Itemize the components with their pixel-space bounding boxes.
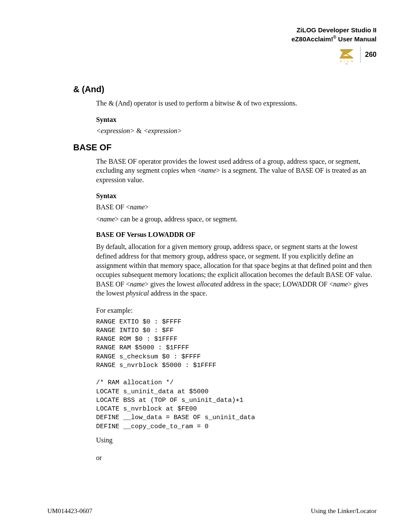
page-header: ZiLOG Developer Studio II eZ80Acclaim!® … — [47, 26, 377, 43]
section-title-baseof: BASE OF — [73, 143, 377, 152]
page-number: 260 — [365, 51, 377, 59]
baseof-syntax-line: BASE OF <name> — [96, 203, 377, 211]
logo-row: Z i L O G 260 — [47, 47, 377, 63]
code-block: RANGE EXTIO $0 : $FFFF RANGE INTIO $0 : … — [96, 318, 377, 431]
zilog-logo-icon: Z i L O G — [338, 47, 356, 62]
footer-right: Using the Linker/Locator — [311, 507, 377, 515]
using-text: Using — [96, 436, 377, 445]
header-line2: eZ80Acclaim!® User Manual — [47, 34, 377, 44]
baseof-intro: The BASE OF operator provides the lowest… — [96, 157, 377, 185]
page-footer: UM014423-0607 Using the Linker/Locator — [47, 507, 377, 515]
baseof-syntax-head: Syntax — [96, 192, 377, 200]
logo-caption: Z i L O G — [338, 60, 356, 65]
baseof-syntax-note: <name> can be a group, address space, or… — [96, 215, 377, 223]
and-syntax-head: Syntax — [96, 116, 377, 124]
footer-left: UM014423-0607 — [47, 507, 92, 515]
section-title-and: & (And) — [73, 84, 377, 94]
header-line1: ZiLOG Developer Studio II — [47, 26, 377, 34]
and-syntax-line: <expression> & <expression> — [96, 127, 377, 135]
baseof-versus-para: By default, allocation for a given memor… — [96, 242, 377, 298]
page-container: ZiLOG Developer Studio II eZ80Acclaim!® … — [0, 0, 411, 532]
for-example: For example: — [96, 306, 377, 315]
and-intro: The & (And) operator is used to perform … — [96, 99, 377, 108]
header-divider — [360, 47, 361, 63]
or-text: or — [96, 453, 377, 463]
baseof-versus-head: BASE OF Versus LOWADDR OF — [96, 231, 377, 239]
